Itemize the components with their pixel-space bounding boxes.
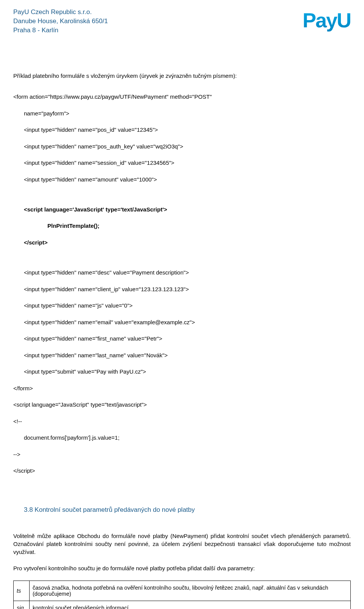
code-line: name="payform"> [13,109,351,118]
code-line-bold: </script> [13,238,351,247]
payu-logo: P a y U [303,8,351,32]
param-desc: časová značka, hodnota potřebná na ověře… [30,581,351,601]
code-line: <input type="hidden" name="desc" value="… [13,268,351,277]
code-line: <input type="hidden" name="email" value=… [13,318,351,327]
address-line-1: Danube House, Karolinská 650/1 [13,17,108,26]
code-line: <form action="https://www.payu.cz/paygw/… [13,93,351,101]
code-example: <form action="https://www.payu.cz/paygw/… [13,84,351,483]
code-line: <input type="hidden" name="first_name" v… [13,334,351,343]
code-line: <!-- [13,417,351,426]
code-line: <input type="submit" value="Pay with Pay… [13,368,351,376]
address-line-2: Praha 8 - Karlín [13,26,108,35]
table-row: sig kontrolní součet přenášených informa… [14,601,351,609]
parameters-table: ts časová značka, hodnota potřebná na ov… [13,581,351,609]
page-header: PayU Czech Republic s.r.o. Danube House,… [13,8,351,35]
code-line: <script language="JavaScript" type="text… [13,401,351,409]
param-key: ts [14,581,30,601]
code-line-bold: <script language='JavaScript' type='text… [13,205,351,214]
section-heading: 3.8 Kontrolní součet parametrů předávaný… [24,506,351,514]
param-desc: kontrolní součet přenášených informací [30,601,351,609]
code-line: <input type="hidden" name="session_id" v… [13,159,351,167]
company-name: PayU Czech Republic s.r.o. [13,8,108,17]
code-line-bold: PlnPrintTemplate(); [13,222,351,230]
code-line: </script> [13,467,351,475]
paragraph: Pro vytvoření kontrolního součtu je do f… [13,564,351,572]
code-line: <input type="hidden" name="pos_id" value… [13,126,351,134]
paragraph: Volitelně může aplikace Obchodu do formu… [13,532,351,556]
param-key: sig [14,601,30,609]
code-line: <input type="hidden" name="amount" value… [13,175,351,184]
code-line: </form> [13,384,351,393]
table-row: ts časová značka, hodnota potřebná na ov… [14,581,351,601]
code-line: <input type="hidden" name="js" value="0"… [13,301,351,310]
company-address: PayU Czech Republic s.r.o. Danube House,… [13,8,108,35]
code-line: document.forms['payform'].js.value=1; [13,434,351,442]
code-line: --> [13,450,351,459]
intro-text: Příklad platebního formuláře s vloženým … [13,73,351,79]
code-line: <input type="hidden" name="last_name" va… [13,351,351,360]
code-line: <input type="hidden" name="client_ip" va… [13,285,351,293]
code-line: <input type="hidden" name="pos_auth_key"… [13,142,351,151]
